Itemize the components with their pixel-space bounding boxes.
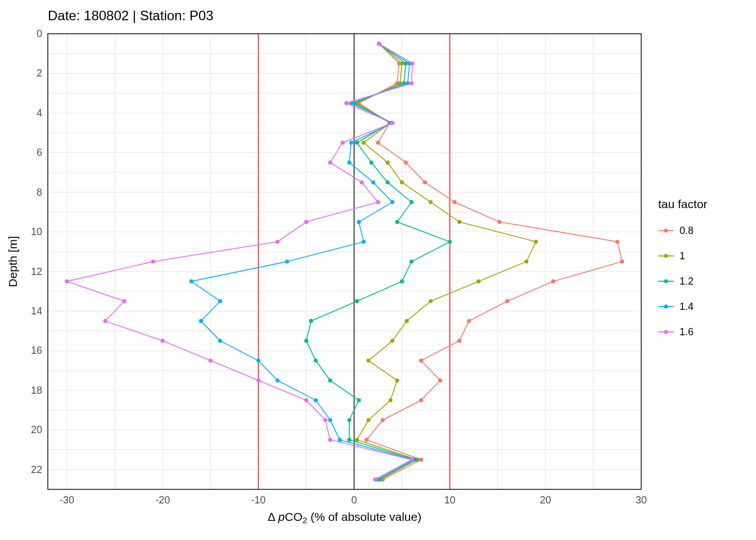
legend-item-1.4: 1.4 [658,301,694,312]
data-point [390,200,394,204]
legend-label: 1.2 [680,276,694,287]
data-point [376,141,380,145]
x-tick-label: -20 [155,494,170,506]
data-point [328,438,332,442]
legend-title: tau factor [658,197,708,210]
y-tick-label: 2 [37,68,42,79]
x-tick-label: 20 [540,494,551,506]
data-point [357,398,361,402]
data-point [410,200,413,204]
data-point [328,160,332,164]
svg-point-58 [664,228,668,232]
y-tick-label: 22 [31,464,42,475]
data-point [448,240,452,244]
x-tick-label: 10 [444,494,456,506]
data-point [347,438,351,442]
data-point [328,379,332,382]
legend-label: 1 [680,250,685,262]
data-point [151,259,155,263]
data-point [404,160,408,164]
data-point [355,141,359,145]
data-point [376,200,380,204]
data-point [218,299,222,303]
data-point [419,358,423,362]
data-point [199,319,203,323]
data-point [323,418,327,422]
data-point [385,181,389,184]
data-point [371,181,375,184]
data-point [190,280,194,284]
data-point [344,101,348,105]
data-point [551,280,555,284]
data-point [304,220,308,224]
data-point [357,220,361,224]
data-point [620,259,624,263]
data-point [373,478,377,482]
data-point [209,358,213,362]
data-point [304,339,308,343]
data-point [256,358,260,362]
x-tick-label: 0 [352,494,357,506]
data-point [453,200,457,204]
data-point [285,259,289,263]
svg-point-64 [664,304,668,308]
svg-point-62 [664,279,668,283]
data-point [615,240,619,244]
data-point [362,240,366,244]
data-point [364,438,368,442]
data-point [65,280,69,284]
data-point [395,220,399,224]
data-point [419,398,423,402]
data-point [405,319,409,323]
data-point [370,160,374,164]
data-point [476,280,480,284]
y-tick-label: 14 [31,305,42,317]
data-point [314,358,318,362]
data-point [390,121,394,125]
y-tick-label: 16 [31,345,42,356]
y-tick-label: 8 [37,187,42,198]
data-point [429,299,433,303]
data-point [103,319,107,323]
data-point [395,379,399,382]
y-tick-label: 6 [37,147,42,158]
data-point [218,339,222,343]
data-point [309,319,313,323]
data-point [314,398,318,402]
data-point [366,418,370,422]
data-point [276,379,280,382]
legend-item-1.6: 1.6 [658,326,694,338]
data-point [381,418,385,422]
chart-title: Date: 180802 | Station: P03 [48,8,213,23]
data-point [276,240,280,244]
data-point [505,299,509,303]
svg-point-60 [664,254,668,258]
data-point [347,160,351,164]
data-point [423,181,427,184]
y-tick-label: 18 [31,385,42,396]
data-point [467,319,471,323]
data-point [355,299,359,303]
data-point [410,259,413,263]
data-point [400,181,404,184]
data-point [438,379,442,382]
x-tick-label: -30 [60,494,74,506]
data-point [340,141,344,145]
data-point [389,398,393,402]
data-point [400,280,404,284]
legend-item-1: 1 [658,250,685,262]
data-point [256,379,260,382]
x-axis-title: Δ pCO2 (% of absolute value) [268,510,421,525]
data-point [347,418,351,422]
legend-label: 1.6 [680,326,694,338]
data-point [410,81,413,85]
data-point [457,220,461,224]
data-point [161,339,165,343]
data-point [349,141,353,145]
y-tick-label: 0 [37,28,42,39]
legend-label: 1.4 [680,301,694,312]
y-tick-label: 4 [37,107,42,119]
depth-profile-chart: -30-20-1001020300246810121416182022Δ pCO… [0,0,756,540]
data-point [411,61,415,65]
data-point [385,160,389,164]
